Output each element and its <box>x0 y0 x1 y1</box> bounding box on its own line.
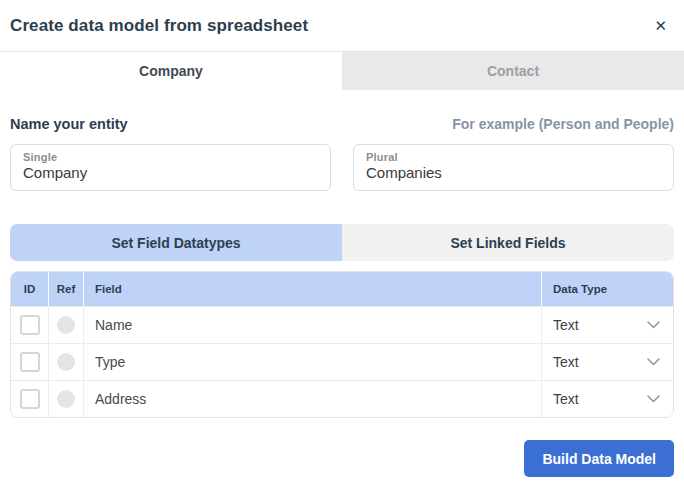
close-icon[interactable]: ✕ <box>654 18 667 33</box>
name-your-entity-label: Name your entity <box>10 116 128 132</box>
dialog-footer: Build Data Model <box>10 440 674 477</box>
entity-name-inputs: Single Company Plural Companies <box>10 144 674 191</box>
ref-radio[interactable] <box>57 390 75 408</box>
ref-radio[interactable] <box>57 353 75 371</box>
column-header-field: Field <box>84 272 541 306</box>
chevron-down-icon <box>647 358 660 366</box>
single-label: Single <box>23 151 318 163</box>
column-header-datatype: Data Type <box>541 272 673 306</box>
column-header-ref: Ref <box>49 272 84 306</box>
chevron-down-icon <box>647 395 660 403</box>
table-row: Type Text <box>11 343 673 380</box>
table-row: Address Text <box>11 380 673 417</box>
build-data-model-button[interactable]: Build Data Model <box>524 440 674 477</box>
plural-name-field[interactable]: Plural Companies <box>353 144 674 191</box>
datatype-dropdown[interactable]: Text <box>541 307 673 343</box>
plural-label: Plural <box>366 151 661 163</box>
dialog-title: Create data model from spreadsheet <box>10 16 308 36</box>
table-row: Name Text <box>11 306 673 343</box>
id-checkbox[interactable] <box>20 389 40 409</box>
tab-contact[interactable]: Contact <box>342 52 684 90</box>
tab-set-field-datatypes[interactable]: Set Field Datatypes <box>10 224 342 261</box>
tab-set-linked-fields[interactable]: Set Linked Fields <box>342 224 674 261</box>
single-value[interactable]: Company <box>23 164 318 181</box>
naming-header: Name your entity For example (Person and… <box>10 116 674 132</box>
tab-company[interactable]: Company <box>0 52 342 90</box>
plural-value[interactable]: Companies <box>366 164 661 181</box>
field-name: Address <box>84 381 541 417</box>
datatype-value: Text <box>553 391 579 407</box>
entity-tabs: Company Contact <box>0 52 684 90</box>
column-header-id: ID <box>11 272 49 306</box>
naming-example-hint: For example (Person and People) <box>452 116 674 132</box>
create-data-model-dialog: Create data model from spreadsheet ✕ Com… <box>0 0 684 490</box>
field-name: Type <box>84 344 541 380</box>
field-name: Name <box>84 307 541 343</box>
single-name-field[interactable]: Single Company <box>10 144 331 191</box>
datatype-dropdown[interactable]: Text <box>541 344 673 380</box>
ref-radio[interactable] <box>57 316 75 334</box>
field-config-tabs: Set Field Datatypes Set Linked Fields <box>10 224 674 261</box>
datatype-value: Text <box>553 354 579 370</box>
fields-table: ID Ref Field Data Type Name Text Type Te… <box>10 271 674 418</box>
datatype-dropdown[interactable]: Text <box>541 381 673 417</box>
chevron-down-icon <box>647 321 660 329</box>
dialog-header: Create data model from spreadsheet ✕ <box>0 0 684 52</box>
datatype-value: Text <box>553 317 579 333</box>
id-checkbox[interactable] <box>20 315 40 335</box>
table-header-row: ID Ref Field Data Type <box>11 272 673 306</box>
id-checkbox[interactable] <box>20 352 40 372</box>
